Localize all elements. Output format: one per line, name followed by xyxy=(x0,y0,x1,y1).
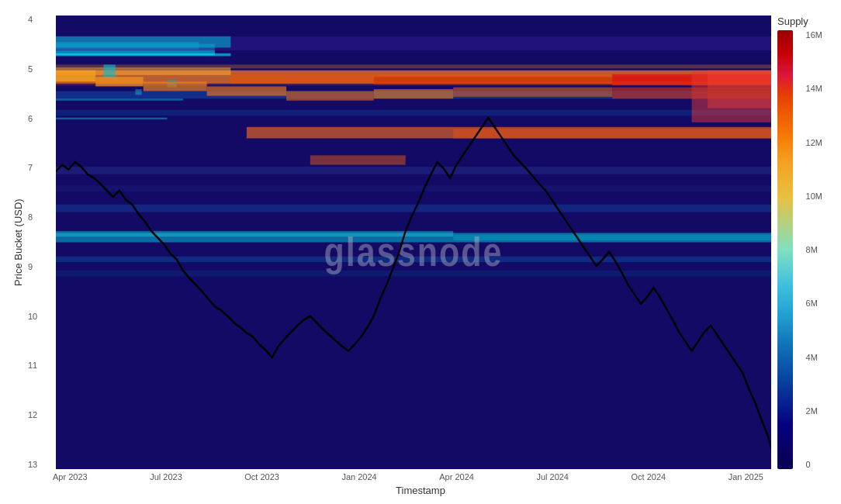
svg-rect-39 xyxy=(612,88,771,99)
svg-rect-11 xyxy=(310,155,406,164)
svg-rect-22 xyxy=(56,64,771,68)
svg-text:glassnode: glassnode xyxy=(324,230,503,274)
heatmap-svg: glassnode xyxy=(56,16,771,469)
colorbar-wrapper: 16M 14M 12M 10M 8M 6M 4M 2M 0 xyxy=(777,30,793,469)
svg-rect-33 xyxy=(95,77,143,86)
y-tick-5: 5 xyxy=(28,65,37,74)
x-axis-label: Timestamp xyxy=(396,485,445,496)
x-tick-oct2023: Oct 2023 xyxy=(244,472,279,482)
svg-rect-27 xyxy=(56,98,183,100)
colorbar-gradient xyxy=(777,30,793,469)
y-tick-7: 7 xyxy=(28,164,37,172)
x-tick-apr2024: Apr 2024 xyxy=(439,472,474,482)
svg-rect-34 xyxy=(144,81,207,91)
colorbar-area: Supply 16M 14M 12M 10M 8M 6M 4M 2M 0 xyxy=(771,16,833,469)
colorbar-tick-0: 0 xyxy=(806,460,822,469)
colorbar-tick-14m: 14M xyxy=(806,84,822,93)
colorbar-tick-6m: 6M xyxy=(806,299,822,308)
x-axis-area: Apr 2023 Jul 2023 Oct 2023 Jan 2024 Apr … xyxy=(8,469,833,496)
chart-plot-area: 13 12 11 10 9 8 7 6 5 4 xyxy=(56,16,771,469)
x-tick-oct2024: Oct 2024 xyxy=(632,472,666,482)
chart-area: Price Bucket (USD) 13 12 11 10 9 8 7 6 5… xyxy=(8,16,833,469)
svg-rect-28 xyxy=(56,118,167,119)
x-tick-jul2024: Jul 2024 xyxy=(536,472,569,482)
svg-rect-29 xyxy=(103,64,115,78)
colorbar-tick-2m: 2M xyxy=(806,406,822,416)
chart-with-colorbar: 13 12 11 10 9 8 7 6 5 4 xyxy=(25,16,833,469)
colorbar-tick-4m: 4M xyxy=(806,353,822,362)
y-tick-10: 10 xyxy=(28,312,37,321)
colorbar-tick-16m: 16M xyxy=(806,30,822,40)
x-tick-jul2023: Jul 2023 xyxy=(150,472,182,482)
x-tick-jan2025: Jan 2025 xyxy=(729,472,763,482)
x-ticks: Apr 2023 Jul 2023 Oct 2023 Jan 2024 Apr … xyxy=(8,472,833,482)
svg-rect-32 xyxy=(56,71,95,82)
x-tick-jan2024: Jan 2024 xyxy=(341,472,376,482)
y-tick-11: 11 xyxy=(28,361,37,370)
colorbar-tick-10m: 10M xyxy=(806,192,822,201)
svg-rect-35 xyxy=(207,86,286,95)
y-tick-12: 12 xyxy=(28,411,37,419)
y-axis-ticks: 13 12 11 10 9 8 7 6 5 4 xyxy=(28,16,37,469)
y-tick-4: 4 xyxy=(28,16,37,24)
svg-rect-26 xyxy=(56,54,230,57)
svg-rect-41 xyxy=(56,36,230,48)
colorbar-title: Supply xyxy=(777,16,808,27)
svg-rect-38 xyxy=(453,88,612,97)
y-tick-9: 9 xyxy=(28,263,37,271)
svg-rect-18 xyxy=(56,185,771,191)
y-tick-8: 8 xyxy=(28,213,37,222)
y-tick-6: 6 xyxy=(28,115,37,123)
svg-rect-31 xyxy=(135,89,141,95)
chart-container: Price Bucket (USD) 13 12 11 10 9 8 7 6 5… xyxy=(0,0,841,504)
svg-rect-37 xyxy=(374,89,453,98)
colorbar-tick-8m: 8M xyxy=(806,245,822,254)
svg-rect-36 xyxy=(286,91,374,101)
svg-rect-17 xyxy=(56,167,771,174)
y-tick-13: 13 xyxy=(28,461,37,469)
svg-rect-16 xyxy=(56,110,771,116)
colorbar-ticks: 16M 14M 12M 10M 8M 6M 4M 2M 0 xyxy=(806,30,822,469)
x-tick-apr2023: Apr 2023 xyxy=(53,472,88,482)
colorbar-tick-12m: 12M xyxy=(806,138,822,147)
y-axis-label: Price Bucket (USD) xyxy=(8,16,25,469)
